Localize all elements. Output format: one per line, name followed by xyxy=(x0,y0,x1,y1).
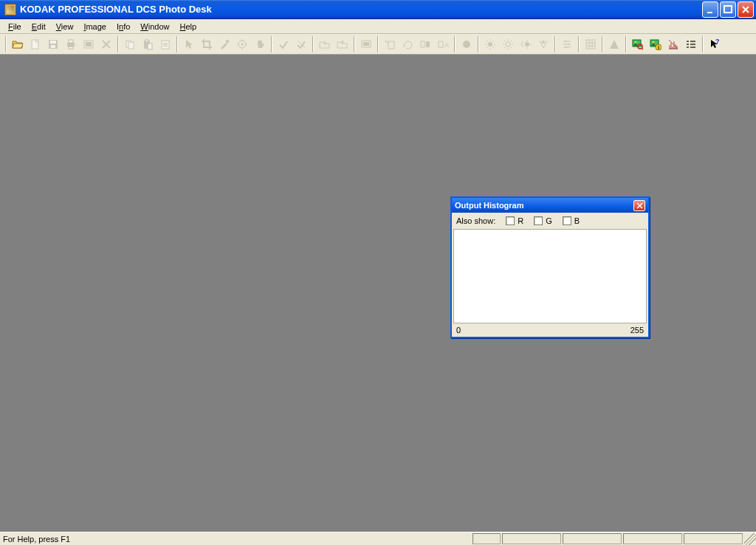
svg-text:A: A xyxy=(444,41,449,49)
checkbox-r[interactable]: R xyxy=(506,216,523,225)
svg-rect-38 xyxy=(586,40,595,49)
context-help-icon[interactable]: ? xyxy=(707,36,723,52)
svg-point-31 xyxy=(488,42,492,47)
toolbar-sep xyxy=(702,36,704,52)
menu-file[interactable]: File xyxy=(3,21,27,32)
titlebar: KODAK PROFESSIONAL DCS Photo Desk xyxy=(0,0,756,19)
text-tool-icon[interactable]: A xyxy=(435,36,451,52)
histogram-controls: Also show: R G B xyxy=(452,213,648,229)
svg-rect-1 xyxy=(724,6,732,13)
image-info-icon[interactable]: i xyxy=(647,36,664,52)
svg-point-32 xyxy=(506,42,510,47)
status-pane xyxy=(684,533,743,544)
toolbar-sep xyxy=(312,36,314,52)
delete-icon[interactable] xyxy=(98,36,114,52)
folder-in-icon[interactable] xyxy=(317,36,333,52)
toolbar-sep xyxy=(478,36,479,52)
also-show-label: Also show: xyxy=(456,216,495,225)
toolbar-sep xyxy=(377,36,379,52)
toolbar-sep xyxy=(176,36,178,52)
rotate-right-icon[interactable] xyxy=(399,36,416,52)
histogram-titlebar[interactable]: Output Histogram xyxy=(452,198,648,213)
new-icon[interactable] xyxy=(27,36,44,52)
print-icon[interactable] xyxy=(63,36,79,52)
menu-info[interactable]: Info xyxy=(111,21,135,32)
svg-rect-2 xyxy=(32,40,38,49)
svg-rect-15 xyxy=(148,44,152,49)
svg-rect-17 xyxy=(163,43,168,44)
svg-rect-14 xyxy=(145,40,148,42)
window-controls xyxy=(701,1,754,18)
paste-icon[interactable] xyxy=(140,36,156,52)
svg-rect-6 xyxy=(67,43,75,47)
pointer-icon[interactable] xyxy=(181,36,197,52)
brightness-up-icon[interactable] xyxy=(482,36,498,52)
minimize-button[interactable] xyxy=(702,1,718,18)
rotate-left-icon[interactable] xyxy=(382,36,398,52)
status-pane xyxy=(563,533,622,544)
histogram-icon[interactable] xyxy=(665,36,681,52)
crop-icon[interactable] xyxy=(199,36,215,52)
status-pane xyxy=(623,533,682,544)
exposure-left-icon[interactable] xyxy=(518,36,534,52)
toolbar-sep xyxy=(625,36,627,52)
svg-rect-27 xyxy=(426,41,430,47)
workspace: Output Histogram Also show: R G B 0 255 xyxy=(0,55,756,532)
record-icon[interactable] xyxy=(458,36,475,52)
find-image-icon[interactable] xyxy=(630,36,646,52)
svg-point-34 xyxy=(542,41,545,44)
grid-icon[interactable] xyxy=(583,36,599,52)
toolbar-sep xyxy=(554,36,556,52)
checkbox-b[interactable]: B xyxy=(563,216,580,225)
menu-window[interactable]: Window xyxy=(135,21,174,32)
target-icon[interactable] xyxy=(234,36,250,52)
menubar: File Edit View Image Info Window Help xyxy=(0,19,756,34)
folder-out-icon[interactable] xyxy=(334,36,351,52)
screen-icon[interactable] xyxy=(358,36,374,52)
menu-help[interactable]: Help xyxy=(174,21,202,32)
checkbox-g[interactable]: G xyxy=(534,216,552,225)
levels-icon[interactable] xyxy=(559,36,575,52)
histogram-close-button[interactable] xyxy=(633,200,645,211)
accept-icon[interactable] xyxy=(275,36,292,52)
brightness-down-icon[interactable] xyxy=(500,36,516,52)
save-icon[interactable] xyxy=(45,36,61,52)
hand-icon[interactable] xyxy=(252,36,268,52)
svg-rect-19 xyxy=(163,46,168,47)
histogram-title: Output Histogram xyxy=(455,201,633,210)
histogram-window[interactable]: Output Histogram Also show: R G B 0 255 xyxy=(450,196,650,338)
svg-rect-10 xyxy=(86,42,92,47)
clipboard-icon[interactable] xyxy=(157,36,173,52)
svg-rect-47 xyxy=(690,41,695,42)
svg-rect-25 xyxy=(388,41,394,49)
status-text: For Help, press F1 xyxy=(0,535,472,544)
warning-icon[interactable] xyxy=(606,36,622,52)
svg-rect-48 xyxy=(687,44,689,45)
svg-text:i: i xyxy=(658,45,659,50)
page-setup-icon[interactable] xyxy=(80,36,97,52)
toolbar-sep xyxy=(602,36,603,52)
reject-icon[interactable] xyxy=(293,36,309,52)
menu-view[interactable]: View xyxy=(51,21,79,32)
svg-point-33 xyxy=(525,42,529,47)
open-icon[interactable] xyxy=(10,36,26,52)
exposure-right-icon[interactable] xyxy=(535,36,551,52)
svg-rect-7 xyxy=(69,40,73,43)
status-pane xyxy=(502,533,561,544)
svg-rect-49 xyxy=(690,44,695,45)
menu-image[interactable]: Image xyxy=(78,21,111,32)
toolbar: A i ? xyxy=(0,34,756,55)
app-icon xyxy=(4,4,16,16)
svg-rect-50 xyxy=(687,47,689,48)
maximize-button[interactable] xyxy=(720,1,736,18)
svg-rect-37 xyxy=(566,47,567,48)
resize-grip-icon[interactable] xyxy=(744,533,756,545)
svg-rect-28 xyxy=(439,41,443,47)
eyedropper-icon[interactable] xyxy=(216,36,233,52)
list-icon[interactable] xyxy=(683,36,699,52)
menu-edit[interactable]: Edit xyxy=(27,21,51,32)
copy-icon[interactable] xyxy=(122,36,138,52)
toolbar-sep xyxy=(578,36,580,52)
close-button[interactable] xyxy=(738,1,754,18)
flip-icon[interactable] xyxy=(417,36,433,52)
